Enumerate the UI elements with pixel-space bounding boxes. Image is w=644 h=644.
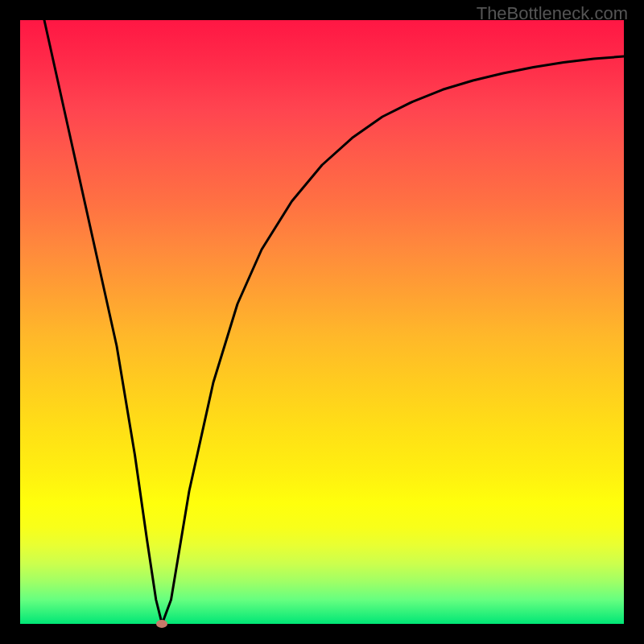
watermark-text: TheBottleneck.com [477, 3, 628, 24]
chart-plot-area [20, 20, 624, 624]
chart-curve [20, 20, 624, 624]
minimum-marker [156, 620, 167, 628]
